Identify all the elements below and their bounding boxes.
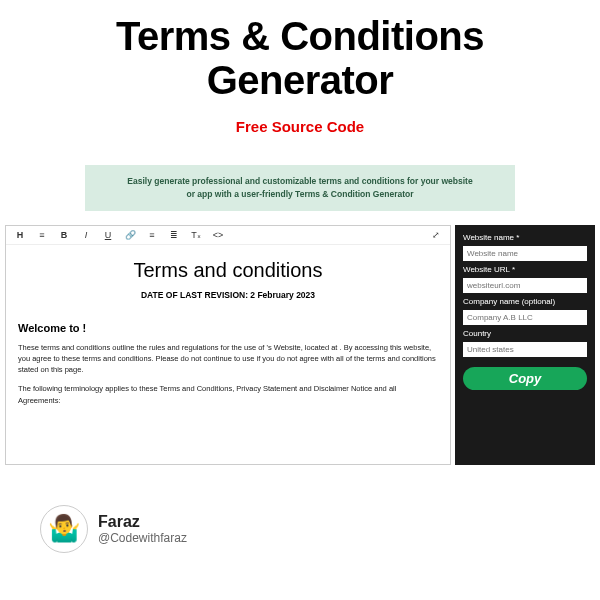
underline-button[interactable]: U (102, 230, 114, 240)
author-footer: 🤷‍♂️ Faraz @Codewithfaraz (0, 505, 600, 553)
website-url-input[interactable] (463, 278, 587, 293)
editor-body[interactable]: Terms and conditions DATE OF LAST REVISI… (6, 245, 450, 426)
website-url-label: Website URL * (463, 265, 587, 274)
content-date: DATE OF LAST REVISION: 2 February 2023 (18, 290, 438, 300)
page-title: Terms & Conditions Generator (0, 0, 600, 102)
author-info: Faraz @Codewithfaraz (98, 513, 187, 545)
bold-button[interactable]: B (58, 230, 70, 240)
content-welcome: Welcome to ! (18, 322, 438, 334)
country-input[interactable] (463, 342, 587, 357)
list-ol-icon[interactable]: ≣ (168, 230, 180, 240)
website-name-input[interactable] (463, 246, 587, 261)
avatar: 🤷‍♂️ (40, 505, 88, 553)
info-banner: Easily generate professional and customi… (85, 165, 515, 211)
content-p2: The following terminology applies to the… (18, 383, 438, 406)
subtitle: Free Source Code (0, 118, 600, 135)
expand-icon[interactable]: ⤢ (430, 230, 442, 240)
company-name-input[interactable] (463, 310, 587, 325)
code-button[interactable]: <> (212, 230, 224, 240)
app-container: H ≡ B I U 🔗 ≡ ≣ Tₓ <> ⤢ Terms and condit… (0, 225, 600, 465)
author-handle: @Codewithfaraz (98, 531, 187, 545)
list-ul-icon[interactable]: ≡ (146, 230, 158, 240)
company-name-label: Company name (optional) (463, 297, 587, 306)
title-line1: Terms & Conditions (0, 14, 600, 58)
editor-panel: H ≡ B I U 🔗 ≡ ≣ Tₓ <> ⤢ Terms and condit… (5, 225, 451, 465)
country-label: Country (463, 329, 587, 338)
heading-button[interactable]: H (14, 230, 26, 240)
align-button[interactable]: ≡ (36, 230, 48, 240)
editor-toolbar: H ≡ B I U 🔗 ≡ ≣ Tₓ <> ⤢ (6, 226, 450, 245)
content-title: Terms and conditions (18, 259, 438, 282)
form-sidebar: Website name * Website URL * Company nam… (455, 225, 595, 465)
website-name-label: Website name * (463, 233, 587, 242)
clear-format-button[interactable]: Tₓ (190, 230, 202, 240)
link-icon[interactable]: 🔗 (124, 230, 136, 240)
copy-button[interactable]: Copy (463, 367, 587, 390)
content-p1: These terms and conditions outline the r… (18, 342, 438, 376)
italic-button[interactable]: I (80, 230, 92, 240)
title-line2: Generator (0, 58, 600, 102)
author-name: Faraz (98, 513, 187, 531)
